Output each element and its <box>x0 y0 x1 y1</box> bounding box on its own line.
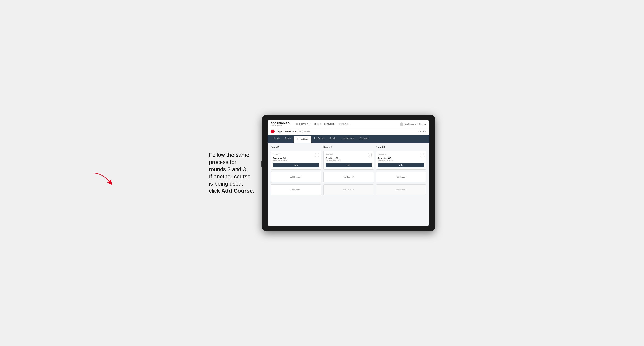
tab-results[interactable]: Results <box>327 135 339 143</box>
round-3-course-card: (Course A) ○ Peachtree GC Yellow (M) (66… <box>376 151 426 170</box>
round-2-course-name: Peachtree GC <box>326 157 372 159</box>
round-1-title: Round 1 <box>271 146 321 148</box>
tab-printables[interactable]: Printables <box>357 135 371 143</box>
instruction-line5: is being used, <box>209 180 243 187</box>
round-2-course-details: Yellow (M) (6629 yds) <box>326 160 372 162</box>
tab-bar: Details Teams Course Setup Tee Groups Re… <box>268 135 430 143</box>
round-3-add-course-1-text: Add Course + <box>396 176 406 178</box>
round-2-delete-button[interactable]: ○ <box>368 153 372 157</box>
nav-rankings[interactable]: RANKINGS <box>339 123 350 126</box>
rounds-grid: Round 1 (Course A) ○ Peachtree GC Yellow… <box>271 146 426 195</box>
nav-committee[interactable]: COMMITTEE <box>324 123 336 126</box>
tablet-screen: SCOREBOARD Powered by clippd TOURNAMENTS… <box>268 121 430 225</box>
round-2-course-label: (Course A) <box>326 153 333 155</box>
cancel-button[interactable]: Cancel × <box>418 131 426 133</box>
instruction-line6: click <box>209 188 221 194</box>
cancel-label: Cancel <box>418 131 424 133</box>
round-3-column: Round 3 (Course A) ○ Peachtree GC Yellow… <box>376 146 426 195</box>
sub-header-left: C Clippd Invitational Men Hosting <box>271 130 310 134</box>
round-2-course-card: (Course A) ○ Peachtree GC Yellow (M) (66… <box>324 151 374 170</box>
scoreboard-logo: SCOREBOARD <box>271 122 290 125</box>
cancel-icon: × <box>425 131 426 133</box>
round-1-course-card: (Course A) ○ Peachtree GC Yellow (M) (66… <box>271 151 321 170</box>
round-1-add-course-1[interactable]: Add Course + <box>271 172 321 182</box>
tablet-side-button <box>261 161 262 167</box>
nav-teams[interactable]: TEAMS <box>314 123 321 126</box>
round-3-course-label: (Course A) <box>378 153 386 155</box>
tab-leaderboards[interactable]: Leaderboards <box>339 135 357 143</box>
round-2-card-header: (Course A) ○ <box>326 153 372 157</box>
round-1-add-course-2[interactable]: Add Course + <box>271 184 321 195</box>
tablet-container: SCOREBOARD Powered by clippd TOURNAMENTS… <box>262 115 435 231</box>
round-1-edit-button[interactable]: Edit <box>273 163 319 167</box>
annotation-arrow <box>91 171 114 187</box>
nav-avatar <box>400 122 403 126</box>
tab-details[interactable]: Details <box>271 135 282 143</box>
tab-tee-groups[interactable]: Tee Groups <box>311 135 327 143</box>
logo-area: SCOREBOARD Powered by clippd <box>271 122 290 126</box>
nav-links: TOURNAMENTS TEAMS COMMITTEE RANKINGS <box>296 123 396 126</box>
clippd-logo: C <box>271 130 274 134</box>
round-1-add-course-2-text: Add Course + <box>290 189 301 191</box>
main-content: Round 1 (Course A) ○ Peachtree GC Yellow… <box>268 143 430 225</box>
round-2-add-course-1[interactable]: Add Course + <box>324 172 374 182</box>
round-1-column: Round 1 (Course A) ○ Peachtree GC Yellow… <box>271 146 321 195</box>
instruction-bold: Add Course. <box>221 188 254 194</box>
tab-course-setup[interactable]: Course Setup <box>294 136 311 143</box>
round-3-edit-button[interactable]: Edit <box>378 163 424 167</box>
instruction-line1: Follow the same <box>209 152 249 158</box>
page-wrapper: Follow the same process for rounds 2 and… <box>4 115 640 231</box>
top-nav: SCOREBOARD Powered by clippd TOURNAMENTS… <box>268 121 430 128</box>
event-type-badge: Men <box>298 130 303 133</box>
round-1-add-course-1-text: Add Course + <box>290 176 301 178</box>
round-2-column: Round 2 (Course A) ○ Peachtree GC Yellow… <box>324 146 374 195</box>
nav-separator: | <box>417 123 418 125</box>
nav-right: blair@clippd.io | Sign out <box>400 122 426 126</box>
nav-sign-out[interactable]: Sign out <box>419 123 426 126</box>
round-1-delete-button[interactable]: ○ <box>315 153 319 157</box>
nav-email: blair@clippd.io <box>404 123 416 125</box>
instruction-line3: rounds 2 and 3. <box>209 166 248 172</box>
round-3-course-details: Yellow (M) (6629 yds) <box>378 160 424 162</box>
round-3-card-header: (Course A) ○ <box>378 153 424 157</box>
round-3-add-course-2-text: Add Course + <box>396 189 406 191</box>
round-3-add-course-1[interactable]: Add Course + <box>376 172 426 182</box>
round-1-course-name: Peachtree GC <box>273 157 319 159</box>
round-3-delete-button[interactable]: ○ <box>420 153 424 157</box>
sub-header: C Clippd Invitational Men Hosting Cancel… <box>268 128 430 135</box>
round-2-add-course-1-text: Add Course + <box>343 176 354 178</box>
instruction-line4: If another course <box>209 173 250 179</box>
round-1-course-details: Yellow (M) (6629 yds) <box>273 160 319 162</box>
round-2-edit-button[interactable]: Edit <box>326 163 372 167</box>
logo-sub: Powered by clippd <box>271 125 290 126</box>
round-2-add-course-2-text: Add Course + <box>343 189 354 191</box>
round-2-title: Round 2 <box>324 146 374 148</box>
nav-tournaments[interactable]: TOURNAMENTS <box>296 123 311 126</box>
instruction-text: Follow the same process for rounds 2 and… <box>209 152 254 194</box>
tab-teams[interactable]: Teams <box>282 135 294 143</box>
round-1-course-label: (Course A) <box>273 153 280 155</box>
round-2-add-course-2: Add Course + <box>324 184 374 195</box>
instruction-line2: process for <box>209 159 236 165</box>
round-3-course-name: Peachtree GC <box>378 157 424 159</box>
round-3-title: Round 3 <box>376 146 426 148</box>
round-3-add-course-2: Add Course + <box>376 184 426 195</box>
hosting-badge: Hosting <box>304 131 310 133</box>
event-name: Clippd Invitational <box>276 130 296 133</box>
round-1-card-header: (Course A) ○ <box>273 153 319 157</box>
